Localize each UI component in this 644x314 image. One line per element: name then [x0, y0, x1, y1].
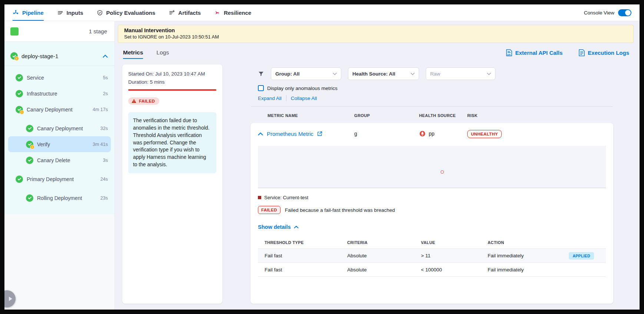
banner-subtitle: Set to IGNORE on 10-Jul-2023 10:50:51 AM	[124, 34, 627, 40]
step-duration: 3m 41s	[93, 142, 108, 147]
execution-sidebar: 1 stage ! deploy-stage-1	[4, 21, 115, 310]
metric-name-link[interactable]: Prometheus Metric	[267, 131, 313, 137]
sidebar-empty-area	[4, 214, 114, 310]
metric-row: Prometheus Metric g	[250, 123, 613, 144]
header-threshold-type: THRESHOLD TYPE	[265, 240, 347, 245]
anomalous-metrics-checkbox-row[interactable]: Display only anomalous metrics	[258, 85, 630, 91]
console-view-toggle[interactable]	[618, 9, 631, 16]
step-duration: 32s	[100, 126, 108, 131]
collapse-all-link[interactable]: Collapse All	[291, 96, 317, 101]
header-group: GROUP	[354, 113, 419, 118]
step-status-icon: !	[16, 74, 23, 81]
external-link-icon[interactable]	[317, 131, 322, 136]
expand-all-link[interactable]: Expand All	[258, 96, 282, 101]
step-duration: 4m 17s	[93, 107, 108, 112]
fail-reason-text: Failed because a fail-fast threshold was…	[285, 207, 395, 213]
stage-row-deploy-stage-1[interactable]: ! deploy-stage-1	[4, 46, 114, 66]
chevron-up-icon	[294, 226, 299, 228]
resilience-icon	[214, 10, 220, 16]
action-cell: Fail immediately	[488, 253, 524, 258]
nav-right: Console View	[584, 9, 631, 16]
nav-tab-pipeline[interactable]: Pipeline	[13, 4, 44, 21]
legend-swatch	[258, 196, 261, 199]
raw-filter-dropdown[interactable]: Raw	[426, 67, 495, 80]
app-window: Pipeline Inputs Policy Evaluations	[4, 4, 640, 310]
threshold-table: THRESHOLD TYPE CRITERIA VALUE ACTION Fai…	[258, 237, 606, 277]
group-filter-dropdown[interactable]: Group: All	[271, 67, 341, 80]
step-label: Primary Deployment	[27, 176, 74, 182]
criteria-cell: Absolute	[347, 253, 421, 258]
step-duration: 3s	[103, 158, 108, 163]
artifacts-icon	[169, 10, 175, 16]
header-value: VALUE	[421, 240, 488, 245]
nav-tab-inputs[interactable]: Inputs	[57, 4, 83, 21]
health-source-filter-dropdown[interactable]: Health Source: All	[348, 67, 419, 80]
anomalous-metrics-checkbox[interactable]	[258, 85, 264, 91]
nav-tab-label: Policy Evaluations	[106, 10, 156, 16]
failed-status-badge: FAILED	[128, 97, 159, 105]
manual-intervention-banner: Manual Intervention Set to IGNORE on 10-…	[118, 25, 634, 43]
tab-metrics[interactable]: Metrics	[123, 43, 143, 62]
chevron-up-icon[interactable]	[103, 54, 108, 58]
tab-logs[interactable]: Logs	[156, 43, 169, 62]
link-label: External API Calls	[515, 50, 562, 56]
step-label: Service	[27, 75, 44, 81]
duration-text: Duration: 5 mins	[128, 79, 216, 85]
show-details-label: Show details	[258, 224, 291, 230]
header-criteria: CRITERIA	[347, 240, 421, 245]
step-row[interactable]: ! Canary Delete 3s	[8, 152, 111, 168]
threshold-row: Fail fast Absolute < 100000 Fail immedia…	[258, 263, 606, 277]
step-row[interactable]: ! Primary Deployment 24s	[8, 171, 111, 187]
step-row[interactable]: ! Service 5s	[8, 70, 111, 86]
metric-detail-card: Prometheus Metric g	[250, 123, 613, 304]
step-row[interactable]: ! Rolling Deployment 23s	[8, 190, 111, 206]
show-details-link[interactable]: Show details	[258, 224, 606, 230]
step-status-icon: !	[26, 141, 33, 148]
sidebar-header: 1 stage	[4, 21, 114, 42]
chevron-up-icon[interactable]	[258, 132, 263, 136]
nav-tabs: Pipeline Inputs Policy Evaluations	[13, 4, 251, 21]
step-label: Rolling Deployment	[37, 195, 82, 201]
step-label: Canary Deployment	[37, 126, 83, 131]
api-document-icon: API	[506, 49, 512, 56]
anomalous-data-point-marker[interactable]	[441, 170, 444, 174]
metric-group-value: g	[354, 131, 419, 137]
nav-tab-label: Artifacts	[178, 10, 201, 16]
pipeline-icon	[13, 10, 19, 16]
inputs-icon	[57, 10, 63, 16]
metric-chart	[258, 146, 606, 188]
step-status-icon: !	[26, 194, 33, 202]
step-row[interactable]: ! Infrastructure 2s	[8, 86, 111, 101]
step-status-icon: !	[16, 106, 23, 113]
metric-health-source-value: pp	[429, 131, 435, 137]
step-label: Infrastructure	[27, 91, 57, 97]
prometheus-icon	[419, 130, 426, 137]
step-label: Verify	[37, 141, 50, 147]
value-cell: > 11	[421, 253, 488, 258]
health-source-filter-value: Health Source: All	[352, 71, 395, 77]
failed-progress-bar	[128, 89, 216, 91]
step-row[interactable]: ! Canary Deployment 4m 17s	[8, 101, 111, 117]
external-api-calls-link[interactable]: API External API Calls	[506, 49, 562, 56]
step-label: Canary Delete	[37, 157, 70, 163]
header-metric-name: METRIC NAME	[258, 113, 354, 118]
nav-tab-policy-evaluations[interactable]: Policy Evaluations	[97, 4, 156, 21]
header-health-source: HEALTH SOURCE	[419, 113, 467, 118]
threshold-table-headers: THRESHOLD TYPE CRITERIA VALUE ACTION	[258, 237, 606, 248]
fail-reason-row: FAILED Failed because a fail-fast thresh…	[258, 206, 606, 214]
step-row[interactable]: ! Canary Deployment 32s	[8, 120, 111, 136]
stage-status-warning-icon: !	[10, 52, 18, 60]
step-row[interactable]: ! Verify 3m 41s	[8, 136, 111, 152]
step-status-icon: !	[16, 90, 23, 97]
step-duration: 24s	[100, 177, 108, 182]
step-list: ! Service 5s ! Infrastructure 2s	[4, 66, 114, 206]
failed-status-label: FAILED	[139, 99, 155, 103]
nav-tab-artifacts[interactable]: Artifacts	[169, 4, 201, 21]
execution-logs-link[interactable]: Execution Logs	[579, 49, 629, 56]
chart-legend: Service: Current-test	[258, 195, 606, 200]
right-arrow-icon	[9, 297, 12, 301]
risk-badge-unhealthy: UNHEALTHY	[467, 130, 502, 138]
nav-tab-resilience[interactable]: Resilience	[214, 4, 251, 21]
step-duration: 5s	[103, 75, 108, 80]
document-icon	[579, 49, 585, 56]
